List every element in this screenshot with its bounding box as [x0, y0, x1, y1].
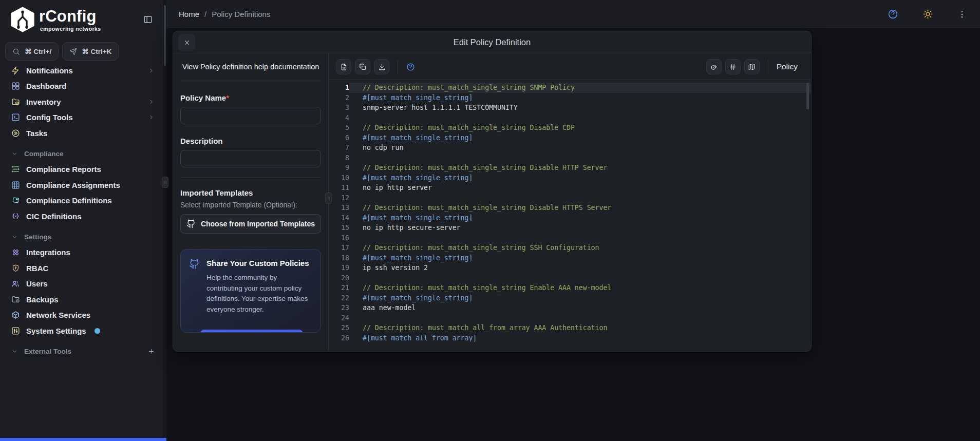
- sidebar-item-label: RBAC: [26, 264, 48, 273]
- sidebar-item-system-settings[interactable]: System Settings: [0, 323, 163, 339]
- cube-icon: [11, 311, 20, 319]
- sidebar-item-label: Dashboard: [26, 82, 66, 90]
- description-input[interactable]: [180, 150, 321, 167]
- modal-header: Edit Policy Definition: [173, 31, 811, 53]
- sidebar-item-label: Notifications: [26, 66, 73, 75]
- grid-icon: [11, 82, 20, 90]
- share-card-body: Help the community by contributing your …: [206, 273, 309, 315]
- sidebar-resize-handle[interactable]: [162, 177, 168, 188]
- command-shortcut-button[interactable]: ⌘ Ctrl+K: [62, 42, 119, 61]
- line-number: 24: [329, 313, 349, 323]
- sidebar-item-compliance-assignments[interactable]: Compliance Assignments: [0, 177, 163, 193]
- line-number: 14: [329, 213, 349, 223]
- sidebar-item-tasks[interactable]: Tasks: [0, 125, 163, 141]
- line-content: [349, 273, 811, 283]
- code-line-13: 13// Description: must_match_single_stri…: [329, 203, 811, 213]
- copy-button[interactable]: [355, 59, 370, 74]
- sidebar-item-rbac[interactable]: RBAC: [0, 260, 163, 276]
- line-number: 11: [329, 183, 349, 193]
- grip-icon: [163, 179, 167, 186]
- sidebar-item-label: Users: [26, 279, 48, 288]
- sidebar-item-network-services[interactable]: Network Services: [0, 308, 163, 323]
- sidebar-item-label: Integrations: [26, 248, 70, 257]
- imported-templates-hint: Select Imported Template (Optional):: [180, 201, 321, 209]
- line-number: 26: [329, 333, 349, 342]
- line-number: 17: [329, 243, 349, 253]
- code-editor[interactable]: 1// Description: must_match_single_strin…: [329, 81, 811, 341]
- sidebar-section-external-tools[interactable]: External Tools: [0, 344, 163, 359]
- toolbar-separator: [768, 60, 768, 73]
- line-number: 2: [329, 93, 349, 103]
- share-on-github-button[interactable]: [200, 330, 303, 333]
- line-content: no ip http secure-server: [349, 223, 811, 233]
- help-icon[interactable]: [888, 9, 898, 20]
- main-area: Home / Policy Definitions Edit Policy De…: [166, 0, 980, 441]
- file-code-icon: [340, 63, 348, 71]
- line-content: ip ssh version 2: [349, 263, 811, 273]
- file-code-button[interactable]: [336, 59, 351, 74]
- sidebar-item-integrations[interactable]: Integrations: [0, 245, 163, 261]
- sidebar-item-config-tools[interactable]: Config Tools: [0, 110, 163, 126]
- minimap-button[interactable]: [744, 59, 760, 74]
- breadcrumb: Home / Policy Definitions: [179, 10, 270, 18]
- line-content: snmp-server host 1.1.1.1 TESTCOMMUNITY: [349, 103, 811, 113]
- page-scrollbar-thumb[interactable]: [164, 5, 166, 66]
- sidebar-item-compliance-reports[interactable]: Compliance Reports: [0, 162, 163, 178]
- breadcrumb-separator: /: [204, 10, 206, 18]
- line-number: 9: [329, 163, 349, 173]
- add-external-tool-icon[interactable]: [148, 348, 155, 355]
- line-content: #[must_match_single_string]: [349, 173, 811, 183]
- choose-imported-templates-button[interactable]: Choose from Imported Templates: [180, 214, 321, 234]
- sidebar-item-dashboard[interactable]: Dashboard: [0, 79, 163, 94]
- code-line-21: 21// Description: must_match_single_stri…: [329, 283, 811, 293]
- copy-icon: [359, 63, 367, 71]
- grip-icon: [327, 195, 331, 202]
- close-icon: [183, 39, 191, 46]
- policy-name-input[interactable]: [180, 107, 321, 124]
- line-number: 16: [329, 233, 349, 243]
- code-line-2: 2#[must_match_single_string]: [329, 93, 811, 103]
- section-label: Settings: [24, 233, 51, 241]
- code-line-19: 19ip ssh version 2: [329, 263, 811, 273]
- editor-help-icon[interactable]: [406, 63, 415, 71]
- sidebar-item-backups[interactable]: Backups: [0, 292, 163, 308]
- sidebar-nav: NotificationsDashboardInventoryConfig To…: [0, 63, 163, 359]
- sidebar-section-settings[interactable]: Settings: [0, 229, 163, 245]
- sidebar-item-notifications[interactable]: Notifications: [0, 63, 163, 79]
- code-line-17: 17// Description: must_match_single_stri…: [329, 243, 811, 253]
- close-modal-button[interactable]: [178, 34, 195, 51]
- editor-gauge-button[interactable]: [706, 59, 722, 74]
- theme-sun-icon[interactable]: [922, 9, 933, 20]
- report-list-icon: [11, 165, 20, 174]
- search-shortcut-button[interactable]: ⌘ Ctrl+/: [5, 42, 59, 61]
- share-card-title: Share Your Custom Policies: [206, 258, 309, 269]
- app-tagline: empowering networks: [39, 26, 101, 32]
- policy-help-doc-link[interactable]: View Policy definition help documentatio…: [180, 63, 321, 71]
- bottom-accent-bar: [0, 438, 166, 441]
- line-content: [349, 153, 811, 163]
- policy-editor-panel: Policy 1// Description: must_match_singl…: [329, 54, 811, 351]
- topbar: Home / Policy Definitions: [166, 0, 980, 28]
- line-content: no ip http server: [349, 183, 811, 193]
- line-content: // Description: must_match_single_string…: [349, 243, 811, 253]
- map-icon: [748, 63, 756, 71]
- breadcrumb-home[interactable]: Home: [179, 10, 199, 18]
- sidebar-item-users[interactable]: Users: [0, 276, 163, 292]
- command-shortcut-label: ⌘ Ctrl+K: [82, 47, 111, 55]
- sidebar-item-compliance-definitions[interactable]: Compliance Definitions: [0, 193, 163, 209]
- editor-scrollbar-thumb[interactable]: [806, 83, 809, 109]
- download-button[interactable]: [374, 59, 389, 74]
- description-label: Description: [180, 137, 321, 145]
- sidebar-item-inventory[interactable]: Inventory: [0, 94, 163, 110]
- sidebar-item-cic-definitions[interactable]: CIC Definitions: [0, 208, 163, 224]
- kebab-menu-icon[interactable]: [957, 10, 967, 19]
- line-content: // Description: must_match_single_string…: [349, 83, 811, 93]
- panel-resize-handle[interactable]: [325, 193, 332, 204]
- search-icon: [12, 48, 20, 55]
- code-line-9: 9// Description: must_match_single_strin…: [329, 163, 811, 173]
- divider: [180, 177, 321, 178]
- line-numbers-button[interactable]: [725, 59, 741, 74]
- sidebar-collapse-icon[interactable]: [143, 15, 153, 24]
- sidebar-section-compliance[interactable]: Compliance: [0, 146, 163, 162]
- share-policies-card: Share Your Custom Policies Help the comm…: [180, 249, 321, 333]
